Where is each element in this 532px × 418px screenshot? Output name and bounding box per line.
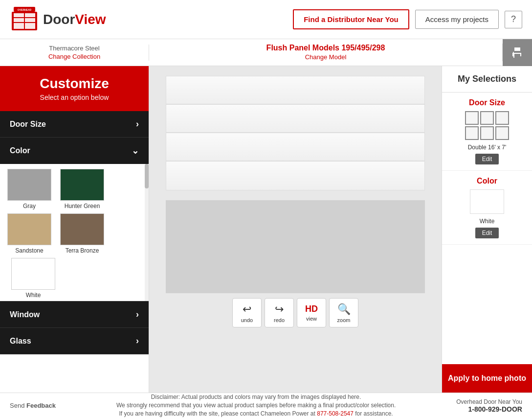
feedback-prefix: Send [10,402,26,409]
door-size-cell-3 [495,111,509,125]
access-projects-button[interactable]: Access my projects [415,10,499,29]
color-swatch-terra-bronze[interactable]: Terra Bronze [58,213,107,254]
accordion-door-size-header[interactable]: Door Size › [0,111,149,137]
door-panel-3 [166,133,424,162]
door-panel-4 [166,162,424,190]
toolbar: ↩ undo ↪ redo HD view 🔍 zoom [232,298,358,327]
change-collection-link[interactable]: Change Collection [48,53,100,60]
door-size-edit-button[interactable]: Edit [475,154,499,164]
color-swatch-white[interactable]: White [9,258,58,299]
subheader: Thermacore Steel Change Collection Flush… [0,39,532,66]
overhead-door-label: Overhead Door Near You [456,398,522,405]
disclaimer-line3: If you are having difficulty with the si… [116,410,396,418]
collection-area: Thermacore Steel Change Collection [0,45,149,61]
support-phone-link[interactable]: 877-508-2547 [317,410,354,417]
left-panel: Customize Select an option below Door Si… [0,66,149,393]
undo-label: undo [241,317,253,323]
print-icon [511,46,523,58]
zoom-button[interactable]: 🔍 zoom [329,298,358,327]
color-swatch-hunter-green-box [60,169,104,201]
collection-name: Thermacore Steel [10,45,139,52]
color-swatch-white-label: White [26,292,41,299]
door-background [166,200,425,293]
color-swatch-gray-label: Gray [23,203,36,209]
undo-icon: ↩ [243,303,251,316]
disclaimer-line3-end: for assistance. [354,410,393,417]
zoom-icon: 🔍 [337,303,351,316]
footer-disclaimer: Disclaimer: Actual products and colors m… [116,393,396,418]
color-section-title: Color [448,177,526,186]
print-button[interactable] [503,39,532,66]
disclaimer-line1: Disclaimer: Actual products and colors m… [116,393,396,401]
color-value: White [448,218,526,225]
color-swatch-hunter-green-label: Hunter Green [65,203,100,209]
color-edit-button[interactable]: Edit [475,228,499,238]
center-panel: ↩ undo ↪ redo HD view 🔍 zoom [149,66,442,393]
chevron-down-icon: ⌄ [132,145,139,156]
color-swatch-hunter-green[interactable]: Hunter Green [58,169,107,209]
color-swatch-sandstone-box [7,213,51,245]
scrollbar-track [145,164,149,301]
hd-view-label: view [306,316,317,322]
scrollbar-thumb[interactable] [145,164,149,188]
redo-button[interactable]: ↪ redo [265,298,294,327]
color-swatch-gray-box [7,169,51,201]
redo-label: redo [274,317,285,323]
customize-header: Customize Select an option below [0,66,149,111]
chevron-right-icon: › [136,119,139,129]
accordion-window: Window › [0,302,149,328]
logo-icon: OVERHEAD [10,7,39,32]
door-size-cell-4 [465,126,479,140]
door-size-section: Door Size Double 16' x 7' Edit [442,93,532,171]
door-size-cell-2 [480,111,494,125]
model-area: Flush Panel Models 195/495/298 Change Mo… [149,44,503,61]
color-swatch-gray[interactable]: Gray [5,169,54,209]
accordion-window-header[interactable]: Window › [0,302,149,327]
customize-subtitle: Select an option below [10,93,139,101]
disclaimer-line3-text: If you are having difficulty with the si… [119,410,317,417]
door-size-section-title: Door Size [448,98,526,107]
color-swatch-sandstone[interactable]: Sandstone [5,213,54,254]
logo-text: DoorView [43,12,106,27]
chevron-right-icon-3: › [136,336,139,346]
color-preview-box [470,189,504,214]
redo-icon: ↪ [275,303,284,316]
undo-button[interactable]: ↩ undo [232,298,262,327]
color-swatches-container: Gray Hunter Green Sandstone Terra Bronze [0,164,149,301]
hd-view-button[interactable]: HD view [297,298,326,327]
accordion-glass-label: Glass [10,337,31,346]
color-swatch-terra-bronze-label: Terra Bronze [66,247,99,254]
customize-title: Customize [10,76,139,92]
door-preview [166,76,425,190]
chevron-right-icon-2: › [136,309,139,320]
main: Customize Select an option below Door Si… [0,66,532,393]
accordion-color-label: Color [10,146,30,155]
feedback-area: Send Feedback [10,402,56,409]
find-distributor-button[interactable]: Find a Distributor Near You [293,9,409,29]
help-button[interactable]: ? [505,11,522,28]
model-name: Flush Panel Models 195/495/298 [159,44,492,52]
apply-to-home-photo-button[interactable]: Apply to home photo [442,364,532,393]
accordion-color-header[interactable]: Color ⌄ [0,138,149,164]
header-actions: Find a Distributor Near You Access my pr… [293,9,522,29]
door-size-cell-1 [465,111,479,125]
door-size-cell-6 [495,126,509,140]
color-swatch-sandstone-label: Sandstone [15,247,43,254]
disclaimer-line2: We strongly recommend that you view actu… [116,401,396,410]
header: OVERHEAD DoorView Find a Distributor Nea… [0,0,532,39]
change-model-link[interactable]: Change Model [305,53,347,61]
color-swatch-white-box [11,258,55,290]
door-size-value: Double 16' x 7' [448,144,526,151]
accordion-glass: Glass › [0,328,149,354]
color-swatch-terra-bronze-box [60,213,104,245]
feedback-bold[interactable]: Feedback [26,402,56,409]
zoom-label: zoom [337,317,351,323]
logo-area: OVERHEAD DoorView [10,7,293,32]
door-panel-1 [166,76,424,105]
door-panel-2 [166,105,424,133]
right-panel: My Selections Door Size Double 16' x 7' … [442,66,532,393]
accordion-door-size: Door Size › [0,111,149,138]
accordion-glass-header[interactable]: Glass › [0,328,149,354]
color-section: Color White Edit [442,171,532,245]
my-selections-header: My Selections [442,66,532,93]
